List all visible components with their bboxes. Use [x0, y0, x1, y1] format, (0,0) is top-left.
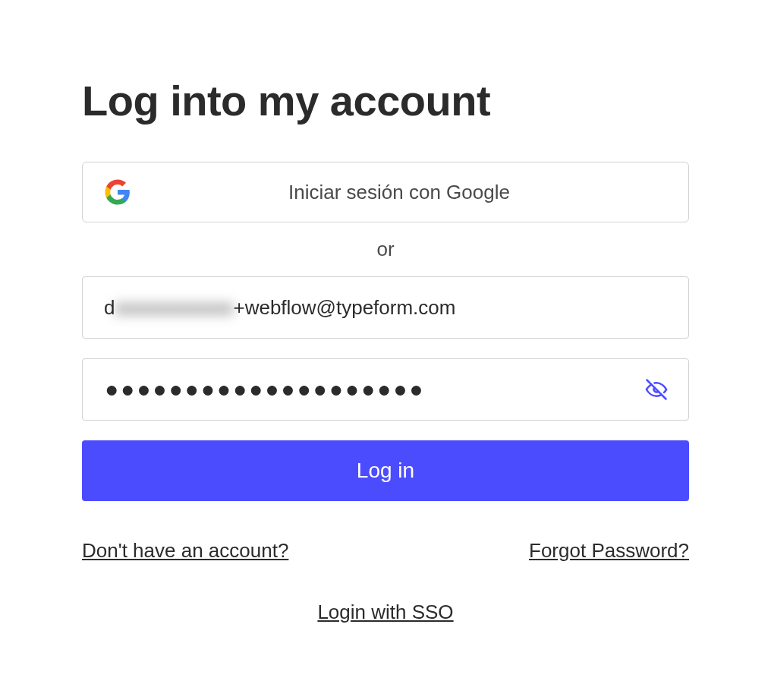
forgot-password-link[interactable]: Forgot Password? [529, 539, 689, 563]
login-button[interactable]: Log in [82, 440, 689, 501]
email-prefix: d [104, 296, 115, 320]
google-signin-label: Iniciar sesión con Google [131, 181, 667, 204]
page-title: Log into my account [82, 76, 689, 125]
email-blurred-portion: xxxxxxxxxxxx [115, 296, 233, 320]
sso-login-link[interactable]: Login with SSO [317, 601, 453, 623]
google-icon [104, 178, 131, 206]
google-signin-button[interactable]: Iniciar sesión con Google [82, 162, 689, 222]
signup-link[interactable]: Don't have an account? [82, 539, 288, 563]
sso-row: Login with SSO [82, 601, 689, 624]
email-field[interactable]: dxxxxxxxxxxxx+webflow@typeform.com [82, 276, 689, 339]
email-suffix: +webflow@typeform.com [233, 296, 455, 320]
login-form-container: Log into my account Iniciar sesión con G… [82, 76, 689, 624]
toggle-password-visibility-icon[interactable] [645, 378, 668, 401]
divider-text: or [82, 238, 689, 261]
links-row: Don't have an account? Forgot Password? [82, 539, 689, 563]
password-wrapper: ●●●●●●●●●●●●●●●●●●●● [82, 358, 689, 421]
password-field[interactable] [82, 358, 689, 421]
